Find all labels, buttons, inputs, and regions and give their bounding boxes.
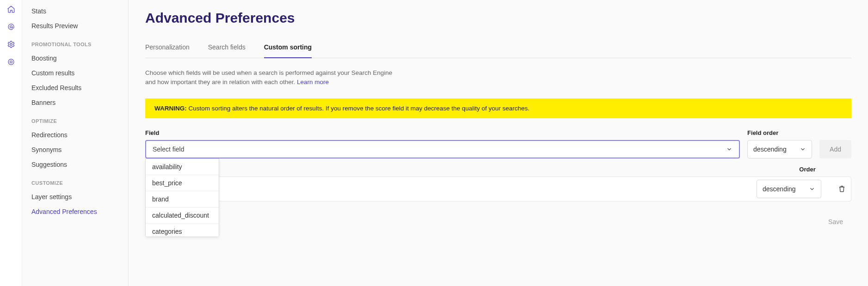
learn-more-link[interactable]: Learn more [297,79,329,85]
field-select[interactable]: Select field [145,140,740,158]
chevron-down-icon [809,186,815,192]
sidebar-item-excluded-results[interactable]: Excluded Results [22,80,128,95]
sidebar-item-layer-settings[interactable]: Layer settings [22,189,128,204]
row-order-select[interactable]: descending [757,180,821,198]
at-icon[interactable] [6,22,16,31]
svg-point-2 [8,59,14,65]
sidebar-item-redirections[interactable]: Redirections [22,128,128,142]
svg-point-1 [10,43,12,46]
target-icon[interactable] [6,57,16,67]
sidebar-item-advanced-preferences[interactable]: Advanced Preferences [22,204,128,219]
sort-table: Order ⠿ descending [145,162,851,201]
field-order-select[interactable]: descending [747,140,812,158]
sidebar-section-customize: CUSTOMIZE [22,172,128,189]
warning-text: Custom sorting alters the natural order … [187,105,529,112]
chevron-down-icon [726,146,733,152]
field-option-availability[interactable]: availability [146,159,219,175]
warning-banner: WARNING: Custom sorting alters the natur… [145,98,851,118]
sidebar: Stats Results Preview PROMOTIONAL TOOLS … [22,0,129,286]
sidebar-item-banners[interactable]: Banners [22,95,128,110]
warning-prefix: WARNING: [154,105,187,112]
tab-search-fields[interactable]: Search fields [208,39,246,58]
page-title: Advanced Preferences [145,10,851,26]
svg-point-0 [10,26,12,28]
field-column: Field Select field availability best_pri… [145,129,740,158]
svg-point-3 [10,61,12,63]
sidebar-item-custom-results[interactable]: Custom results [22,66,128,80]
table-row: ⠿ descending [145,176,851,201]
add-field-row: Field Select field availability best_pri… [145,129,851,158]
home-icon[interactable] [6,5,16,14]
sidebar-item-boosting[interactable]: Boosting [22,51,128,66]
main-content: Advanced Preferences Personalization Sea… [129,0,868,286]
tab-custom-sorting[interactable]: Custom sorting [264,39,312,58]
field-dropdown[interactable]: availability best_price brand calculated… [145,158,219,237]
tab-description: Choose which fields will be used when a … [145,68,404,87]
sidebar-section-promotional-tools: PROMOTIONAL TOOLS [22,33,128,51]
icon-rail [0,0,22,286]
sidebar-section-optimize: OPTIMIZE [22,110,128,128]
sort-table-header: Order [145,162,851,176]
field-order-column: Field order descending [747,129,812,158]
sidebar-item-results-preview[interactable]: Results Preview [22,18,128,33]
gear-icon[interactable] [6,40,16,49]
field-label: Field [145,129,740,136]
sidebar-item-synonyms[interactable]: Synonyms [22,142,128,157]
field-option-categories[interactable]: categories [146,224,219,237]
row-order-value: descending [763,185,796,193]
tab-personalization[interactable]: Personalization [145,39,190,58]
sidebar-item-suggestions[interactable]: Suggestions [22,157,128,172]
sidebar-item-stats[interactable]: Stats [22,4,128,18]
field-select-placeholder: Select field [153,146,184,153]
save-button[interactable]: Save [820,214,851,229]
delete-icon[interactable] [837,184,846,194]
field-order-value: descending [753,146,787,153]
order-header: Order [763,166,851,173]
chevron-down-icon [800,146,806,152]
field-option-calculated-discount[interactable]: calculated_discount [146,207,219,224]
tab-description-text: Choose which fields will be used when a … [145,69,392,85]
field-option-brand[interactable]: brand [146,191,219,207]
add-button[interactable]: Add [819,140,851,158]
field-option-best-price[interactable]: best_price [146,175,219,191]
tabs: Personalization Search fields Custom sor… [145,39,851,58]
field-order-label: Field order [747,129,812,136]
